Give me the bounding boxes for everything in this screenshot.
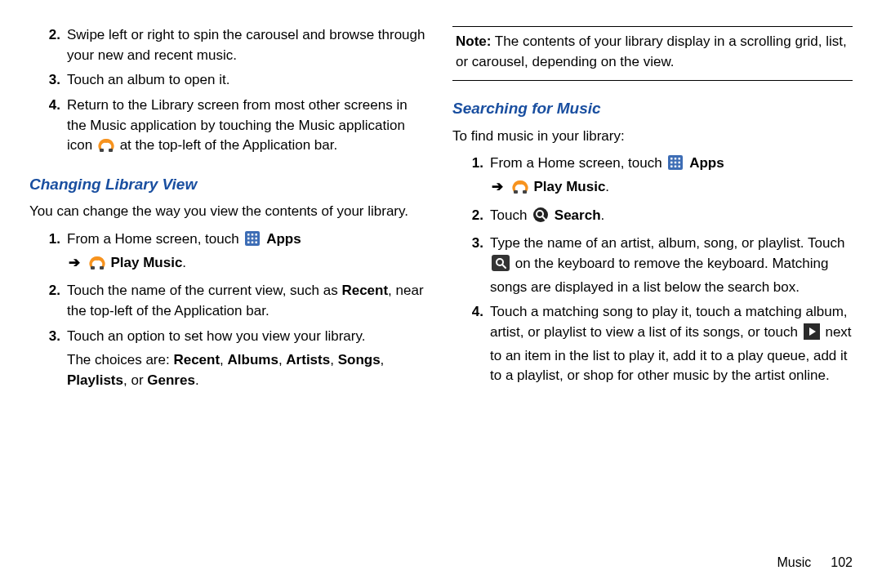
section-heading: Changing Library View — [29, 173, 430, 196]
svg-rect-1 — [109, 149, 113, 152]
text: Recent — [173, 352, 220, 368]
item-text: Touch an album to open it. — [67, 70, 430, 91]
list-item: 3. Type the name of an artist, album, so… — [452, 234, 853, 297]
text: , — [278, 352, 286, 368]
text: The choices are: — [67, 352, 173, 368]
text: , — [220, 352, 227, 368]
note-rule-top — [452, 26, 853, 27]
text: . — [605, 179, 609, 194]
page-footer: Music102 — [452, 537, 853, 572]
item-number: 3. — [29, 327, 67, 347]
svg-rect-0 — [100, 149, 104, 152]
text: From a Home screen, touch — [490, 155, 666, 171]
text: Artists — [286, 352, 330, 368]
list-item: 3. Touch an option to set how you view y… — [29, 327, 430, 347]
section-heading: Searching for Music — [452, 97, 853, 120]
svg-rect-9 — [247, 242, 250, 244]
search-icon — [532, 207, 549, 229]
list-item: 1. From a Home screen, touch Apps ➔ — [29, 229, 430, 276]
list-item: 2. Touch Search. — [452, 206, 853, 229]
text: , or — [123, 372, 147, 388]
svg-rect-11 — [256, 242, 258, 244]
svg-rect-17 — [679, 158, 681, 160]
text: . — [182, 255, 186, 270]
list-item: 2. Swipe left or right to spin the carou… — [29, 25, 430, 65]
list-item: 4. Touch a matching song to play it, tou… — [452, 302, 853, 386]
item-number: 4. — [29, 96, 67, 116]
apps-label: Apps — [266, 231, 301, 247]
item-number: 4. — [452, 302, 490, 323]
item-text: Touch the name of the current view, such… — [67, 281, 430, 321]
apps-grid-icon — [667, 154, 684, 177]
text: Touch a matching song to play it, touch … — [490, 304, 848, 340]
note-label: Note: — [456, 33, 491, 49]
play-music-label: Play Music — [533, 179, 605, 194]
text: . — [195, 372, 199, 388]
svg-rect-15 — [670, 158, 673, 160]
apps-label: Apps — [689, 155, 724, 171]
svg-rect-7 — [252, 238, 254, 240]
list-item: 2. Touch the name of the current view, s… — [29, 281, 430, 321]
play-music-icon — [512, 178, 528, 201]
search-key-icon — [492, 255, 510, 278]
svg-rect-8 — [256, 238, 258, 240]
item-text: Touch an option to set how you view your… — [67, 327, 430, 347]
item-text: From a Home screen, touch Apps ➔ — [490, 154, 853, 200]
text: Touch the name of the current view, such… — [67, 283, 341, 298]
manual-page: 2. Swipe left or right to spin the carou… — [0, 0, 882, 588]
text: Playlists — [67, 372, 123, 388]
text: Type the name of an artist, album, song,… — [490, 235, 844, 251]
item-text: Swipe left or right to spin the carousel… — [67, 25, 430, 65]
music-app-icon — [98, 136, 114, 159]
note-block: Note: The contents of your library displ… — [452, 32, 853, 77]
svg-rect-13 — [100, 266, 104, 270]
svg-rect-24 — [514, 190, 518, 194]
search-label: Search — [555, 207, 601, 223]
left-column: 2. Swipe left or right to spin the carou… — [29, 23, 430, 572]
footer-section: Music — [777, 555, 812, 569]
item-number: 3. — [452, 234, 490, 254]
item-number: 2. — [29, 25, 67, 46]
svg-rect-5 — [256, 234, 258, 236]
text: From a Home screen, touch — [67, 231, 243, 247]
svg-rect-16 — [675, 158, 677, 160]
svg-rect-21 — [670, 166, 673, 168]
item-number: 3. — [29, 70, 67, 91]
svg-rect-19 — [675, 162, 677, 164]
item-text: From a Home screen, touch Apps ➔ — [67, 229, 430, 276]
footer-page: 102 — [831, 555, 853, 569]
item-number: 1. — [452, 154, 490, 174]
play-music-icon — [89, 254, 105, 277]
arrow-icon: ➔ — [492, 179, 503, 194]
text: Touch — [490, 207, 531, 223]
right-column: Note: The contents of your library displ… — [452, 23, 853, 572]
play-music-label: Play Music — [110, 255, 182, 270]
item-number: 2. — [29, 281, 67, 301]
svg-rect-23 — [679, 166, 681, 168]
item-text: Touch Search. — [490, 206, 853, 229]
svg-rect-3 — [247, 234, 250, 236]
item-text: Return to the Library screen from most o… — [67, 96, 430, 159]
list-item: 3. Touch an album to open it. — [29, 70, 430, 91]
text: Songs — [338, 352, 381, 368]
svg-rect-18 — [670, 162, 673, 164]
text: Genres — [147, 372, 195, 388]
item-number: 2. — [452, 206, 490, 226]
intro-text: To find music in your library: — [452, 127, 853, 147]
choices-text: The choices are: Recent, Albums, Artists… — [67, 350, 430, 390]
item-text: Touch a matching song to play it, touch … — [490, 302, 853, 386]
svg-rect-12 — [91, 266, 95, 270]
list-item: 1. From a Home screen, touch Apps ➔ — [452, 154, 853, 200]
text: Recent — [341, 283, 388, 298]
text: , — [381, 352, 385, 368]
intro-text: You can change the way you view the cont… — [29, 202, 430, 222]
svg-rect-20 — [679, 162, 681, 164]
text: on the keyboard to remove the keyboard. … — [490, 256, 828, 295]
note-rule-bottom — [452, 80, 853, 81]
text: Albums — [228, 352, 278, 368]
svg-rect-22 — [675, 166, 677, 168]
item-text: Type the name of an artist, album, song,… — [490, 234, 853, 297]
svg-rect-6 — [247, 238, 250, 240]
svg-rect-29 — [492, 255, 510, 271]
note-text: The contents of your library display in … — [456, 33, 847, 69]
